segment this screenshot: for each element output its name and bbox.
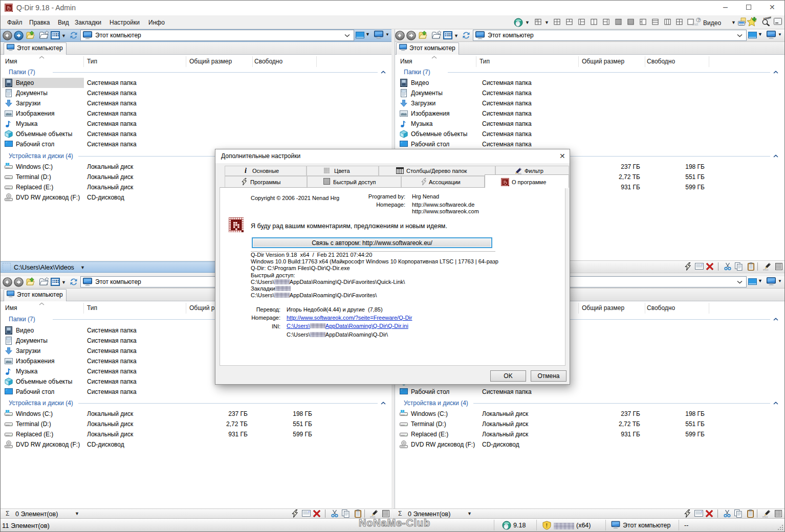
svg-text:inet: inet [692, 23, 698, 26]
svg-text:!: ! [546, 522, 548, 528]
svg-text:?: ? [697, 17, 700, 23]
svg-text:ебсз: ебсз [763, 268, 769, 271]
svg-text:взс: взс [518, 172, 522, 175]
svg-text:ебсз: ебсз [762, 515, 768, 518]
